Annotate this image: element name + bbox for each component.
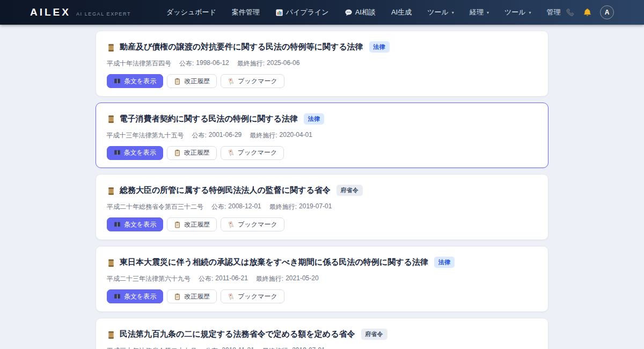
top-navbar: AILEX AI LEGAL EXPERT ダッシュボード 案件管理 パイプライ… xyxy=(0,0,644,25)
law-card-header: 電子消費者契約に関する民法の特例に関する法律 法律 xyxy=(107,113,538,125)
navbar-right: A xyxy=(566,5,614,19)
nav-item-label: パイプライン xyxy=(286,8,329,17)
law-number: 平成十年法律第百四号 xyxy=(107,59,171,68)
bell-icon[interactable] xyxy=(583,8,592,17)
view-articles-button[interactable]: 条文を表示 xyxy=(107,217,163,231)
law-card-header: 民法第九百九条の二に規定する法務省令で定める額を定める省令 府省令 xyxy=(107,329,537,340)
revision-history-button[interactable]: 改正履歴 xyxy=(167,146,217,160)
bookmark-button[interactable]: ブックマーク xyxy=(221,74,284,88)
promulgated-date: 公布:2011-06-21 xyxy=(199,274,248,283)
law-meta: 平成二十年総務省令第百三十二号 公布:2008-12-01 最終施行:2019-… xyxy=(107,202,537,212)
law-card-actions: 条文を表示 改正履歴 ブックマーク xyxy=(107,146,538,160)
promulgated-date: 公布:2018-11-21 xyxy=(205,346,254,349)
law-card-actions: 条文を表示 改正履歴 ブックマーク xyxy=(107,289,537,303)
revision-history-button[interactable]: 改正履歴 xyxy=(167,289,217,303)
bar-chart-icon xyxy=(275,9,283,17)
nav-item[interactable]: 経理 ▾ xyxy=(470,8,489,17)
bookmark-icon xyxy=(228,149,235,156)
bookmark-icon xyxy=(228,221,235,228)
book-icon xyxy=(114,78,121,85)
nav-item-label: 管理 xyxy=(547,8,561,17)
last-enforced-date: 最終施行:2019-07-01 xyxy=(269,202,332,212)
nav-item[interactable]: 案件管理 xyxy=(232,8,260,17)
last-enforced-date: 最終施行:2025-06-06 xyxy=(237,59,300,68)
law-card[interactable]: 総務大臣の所管に属する特例民法法人の監督に関する省令 府省令 平成二十年総務省令… xyxy=(96,174,548,240)
law-card[interactable]: 東日本大震災に伴う相続の承認又は放棄をすべき期間に係る民法の特例に関する法律 法… xyxy=(96,246,548,312)
bookmark-button[interactable]: ブックマーク xyxy=(221,217,284,231)
scroll-icon xyxy=(107,43,115,52)
clipboard-icon xyxy=(174,221,181,228)
nav-item[interactable]: ツール ▾ xyxy=(427,8,454,17)
view-articles-button[interactable]: 条文を表示 xyxy=(107,289,163,303)
law-number: 平成二十年総務省令第百三十二号 xyxy=(107,202,203,212)
book-icon xyxy=(114,293,121,300)
clipboard-icon xyxy=(174,78,181,85)
nav-item[interactable]: AI生成 xyxy=(391,8,412,17)
book-icon xyxy=(114,221,121,228)
scroll-icon xyxy=(107,114,115,123)
promulgated-date: 公布:1998-06-12 xyxy=(179,59,229,68)
chevron-down-icon: ▾ xyxy=(452,10,454,15)
nav-item-label: 案件管理 xyxy=(232,8,260,17)
chat-icon xyxy=(345,9,353,17)
law-title: 総務大臣の所管に属する特例民法法人の監督に関する省令 xyxy=(120,185,331,195)
nav-item-label: ツール xyxy=(504,8,526,17)
clipboard-icon xyxy=(174,293,181,300)
nav-item[interactable]: ツール ▾ xyxy=(504,8,531,17)
law-result-list: 動産及び債権の譲渡の対抗要件に関する民法の特例等に関する法律 法律 平成十年法律… xyxy=(96,31,548,349)
bookmark-icon xyxy=(228,293,235,300)
nav-item-label: ダッシュボード xyxy=(166,8,216,17)
nav-item[interactable]: ダッシュボード xyxy=(166,8,216,17)
law-card-actions: 条文を表示 改正履歴 ブックマーク xyxy=(107,74,537,88)
law-type-badge: 府省令 xyxy=(361,329,387,340)
law-meta: 平成十年法律第百四号 公布:1998-06-12 最終施行:2025-06-06 xyxy=(107,59,537,68)
nav-item-label: AI生成 xyxy=(391,8,412,17)
law-number: 平成二十三年法律第六十九号 xyxy=(107,274,191,283)
law-card[interactable]: 電子消費者契約に関する民法の特例に関する法律 法律 平成十三年法律第九十五号 公… xyxy=(96,103,548,168)
law-title: 電子消費者契約に関する民法の特例に関する法律 xyxy=(120,114,298,124)
promulgated-date: 公布:2008-12-01 xyxy=(211,202,261,212)
law-meta: 平成二十三年法律第六十九号 公布:2011-06-21 最終施行:2021-05… xyxy=(107,274,537,283)
law-title: 動産及び債権の譲渡の対抗要件に関する民法の特例等に関する法律 xyxy=(120,42,363,52)
law-title: 民法第九百九条の二に規定する法務省令で定める額を定める省令 xyxy=(120,329,355,339)
law-meta: 平成三十年法務省令第二十九号 公布:2018-11-21 最終施行:2019-0… xyxy=(107,346,537,349)
main-nav: ダッシュボード 案件管理 パイプライン AI相談 AI生成 ツール ▾ 経理 ▾… xyxy=(166,8,561,17)
law-card[interactable]: 動産及び債権の譲渡の対抗要件に関する民法の特例等に関する法律 法律 平成十年法律… xyxy=(96,31,548,97)
nav-item-label: ツール xyxy=(427,8,449,17)
bookmark-icon xyxy=(228,78,235,85)
law-type-badge: 法律 xyxy=(369,41,390,53)
avatar[interactable]: A xyxy=(600,5,614,19)
book-icon xyxy=(114,149,121,156)
bookmark-button[interactable]: ブックマーク xyxy=(221,146,284,160)
bookmark-button[interactable]: ブックマーク xyxy=(221,289,284,303)
last-enforced-date: 最終施行:2020-04-01 xyxy=(250,131,312,140)
nav-item[interactable]: パイプライン xyxy=(275,8,329,17)
law-card-header: 東日本大震災に伴う相続の承認又は放棄をすべき期間に係る民法の特例に関する法律 法… xyxy=(107,257,537,268)
law-card-actions: 条文を表示 改正履歴 ブックマーク xyxy=(107,217,537,231)
law-card-header: 総務大臣の所管に属する特例民法法人の監督に関する省令 府省令 xyxy=(107,185,537,196)
last-enforced-date: 最終施行:2021-05-20 xyxy=(256,274,319,283)
phone-icon[interactable] xyxy=(566,8,575,17)
law-type-badge: 法律 xyxy=(434,257,455,268)
brand[interactable]: AILEX AI LEGAL EXPERT xyxy=(30,6,131,18)
law-card[interactable]: 民法第九百九条の二に規定する法務省令で定める額を定める省令 府省令 平成三十年法… xyxy=(96,318,548,349)
app-tagline: AI LEGAL EXPERT xyxy=(76,11,131,17)
promulgated-date: 公布:2001-06-29 xyxy=(192,131,242,140)
last-enforced-date: 最終施行:2019-07-01 xyxy=(262,346,325,349)
chevron-down-icon: ▾ xyxy=(529,10,531,15)
law-number: 平成十三年法律第九十五号 xyxy=(107,131,184,140)
law-meta: 平成十三年法律第九十五号 公布:2001-06-29 最終施行:2020-04-… xyxy=(107,131,538,140)
law-type-badge: 法律 xyxy=(304,113,324,125)
scroll-icon xyxy=(107,186,115,195)
view-articles-button[interactable]: 条文を表示 xyxy=(107,146,163,160)
revision-history-button[interactable]: 改正履歴 xyxy=(167,217,217,231)
revision-history-button[interactable]: 改正履歴 xyxy=(167,74,217,88)
law-number: 平成三十年法務省令第二十九号 xyxy=(107,346,197,349)
app-logo: AILEX xyxy=(30,6,71,18)
law-type-badge: 府省令 xyxy=(336,185,363,196)
nav-item[interactable]: 管理 xyxy=(547,8,561,17)
nav-item[interactable]: AI相談 xyxy=(345,8,376,17)
law-card-header: 動産及び債権の譲渡の対抗要件に関する民法の特例等に関する法律 法律 xyxy=(107,41,537,53)
view-articles-button[interactable]: 条文を表示 xyxy=(107,74,163,88)
nav-item-label: AI相談 xyxy=(355,8,376,17)
